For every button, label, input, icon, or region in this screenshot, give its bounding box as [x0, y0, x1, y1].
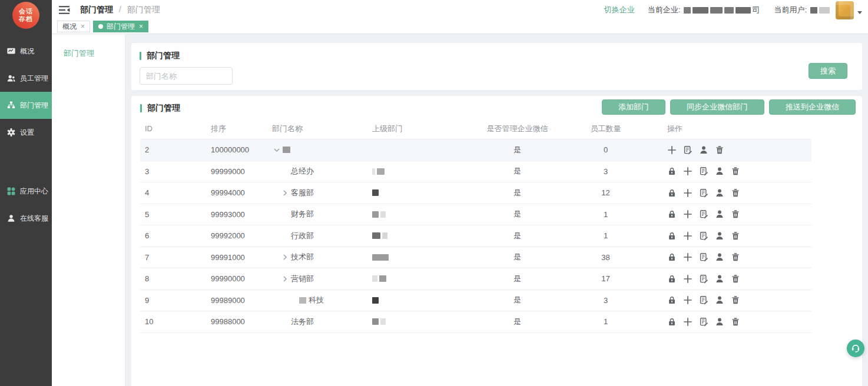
edit-icon[interactable]	[699, 231, 708, 241]
sidebar-item-app-center[interactable]: 应用中心	[0, 178, 52, 205]
redacted-block	[372, 168, 375, 175]
edit-icon[interactable]	[699, 252, 708, 262]
edit-icon[interactable]	[699, 317, 708, 327]
departments-icon	[6, 101, 16, 110]
members-icon[interactable]	[715, 274, 724, 284]
lock-icon[interactable]	[667, 274, 677, 284]
add-child-icon[interactable]	[683, 231, 693, 241]
delete-icon[interactable]	[731, 317, 740, 327]
lock-icon[interactable]	[667, 209, 677, 219]
expand-caret-icon[interactable]	[280, 252, 290, 262]
lock-icon[interactable]	[667, 167, 677, 176]
user-menu-caret-icon[interactable]	[857, 11, 862, 14]
dept-name-text: 客服部	[291, 188, 314, 198]
cell-id: 5	[140, 210, 206, 219]
edit-icon[interactable]	[699, 274, 708, 284]
table-row: 2100000000是0	[140, 139, 811, 161]
breadcrumb-level1[interactable]: 部门管理	[80, 5, 113, 14]
lock-icon[interactable]	[667, 252, 677, 262]
add-child-icon[interactable]	[683, 209, 693, 219]
members-icon[interactable]	[715, 188, 724, 198]
primary-sidebar: 会话 存档 概况 员工管理 部门管理 设置 应用中心	[0, 0, 52, 386]
members-icon[interactable]	[715, 231, 724, 241]
members-icon[interactable]	[715, 252, 724, 262]
collapse-caret-icon[interactable]	[272, 145, 281, 155]
cell-employee-count: 12	[566, 188, 645, 197]
tab-department-management[interactable]: 部门管理 ×	[93, 21, 148, 32]
cell-sort: 99999000	[206, 167, 263, 176]
members-icon[interactable]	[715, 209, 724, 219]
sidebar-item-dashboard[interactable]: 概况	[0, 38, 52, 65]
members-icon[interactable]	[699, 145, 708, 155]
edit-icon[interactable]	[699, 209, 708, 219]
members-icon[interactable]	[715, 295, 724, 305]
cell-employee-count: 1	[566, 317, 645, 326]
sidebar-item-label: 设置	[20, 128, 34, 138]
add-child-icon[interactable]	[683, 274, 693, 284]
cell-parent-dept	[363, 232, 469, 239]
sidebar-item-departments[interactable]: 部门管理	[0, 92, 52, 119]
add-child-icon[interactable]	[683, 167, 693, 176]
cell-actions	[645, 231, 811, 241]
edit-icon[interactable]	[699, 188, 708, 198]
add-child-icon[interactable]	[683, 188, 693, 198]
sidebar-item-settings[interactable]: 设置	[0, 119, 52, 146]
customer-service-float-button[interactable]	[847, 340, 864, 357]
lock-icon[interactable]	[667, 188, 677, 198]
edit-icon[interactable]	[683, 145, 693, 155]
delete-icon[interactable]	[731, 188, 740, 198]
online-service-icon	[6, 214, 16, 223]
lock-icon[interactable]	[667, 295, 677, 305]
breadcrumb-level2: 部门管理	[127, 5, 160, 14]
delete-icon[interactable]	[715, 145, 724, 155]
delete-icon[interactable]	[731, 231, 740, 241]
lock-icon[interactable]	[667, 231, 677, 241]
lock-icon[interactable]	[667, 317, 677, 327]
cell-employee-count: 1	[566, 210, 645, 219]
expand-caret-icon[interactable]	[280, 274, 290, 284]
current-user-label: 当前用户:	[774, 5, 807, 15]
redacted-block	[382, 232, 387, 239]
redacted-company-name	[684, 7, 751, 14]
employees-icon	[6, 74, 16, 83]
add-child-icon[interactable]	[683, 252, 693, 262]
close-tab-icon[interactable]: ×	[81, 22, 85, 31]
tab-overview[interactable]: 概况 ×	[57, 21, 90, 32]
members-icon[interactable]	[715, 167, 724, 176]
table-row: 399999000总经办是3	[140, 161, 811, 183]
submenu-item-departments[interactable]: 部门管理	[52, 34, 125, 59]
search-button[interactable]: 搜索	[809, 63, 847, 79]
active-dot	[98, 24, 103, 29]
delete-icon[interactable]	[731, 295, 740, 305]
close-tab-icon[interactable]: ×	[139, 22, 143, 31]
app-logo[interactable]: 会话 存档	[12, 2, 39, 29]
user-avatar[interactable]	[836, 1, 854, 19]
push-to-wecom-button[interactable]: 推送到企业微信	[769, 99, 856, 115]
sync-wecom-departments-button[interactable]: 同步企业微信部门	[670, 99, 764, 115]
edit-icon[interactable]	[699, 295, 708, 305]
collapse-sidebar-icon[interactable]	[58, 5, 70, 15]
add-child-icon[interactable]	[667, 145, 677, 155]
department-name-input[interactable]	[140, 67, 233, 85]
app-root: 会话 存档 概况 员工管理 部门管理 设置 应用中心	[0, 0, 868, 386]
edit-icon[interactable]	[699, 167, 708, 176]
add-child-icon[interactable]	[683, 317, 693, 327]
delete-icon[interactable]	[731, 274, 740, 284]
column-header-employee-count: 员工数量	[566, 124, 645, 134]
dept-name-text: 法务部	[291, 317, 314, 327]
expand-caret-icon[interactable]	[280, 188, 290, 198]
cell-sort: 99988000	[206, 317, 263, 326]
sidebar-item-online-service[interactable]: 在线客服	[0, 205, 52, 232]
main-content: 部门管理 搜索 部门管理 添加部门 同步企业微信部门 推送到企业微信 ID 排序…	[125, 34, 868, 386]
delete-icon[interactable]	[731, 209, 740, 219]
delete-icon[interactable]	[731, 252, 740, 262]
switch-company-link[interactable]: 切换企业	[604, 5, 635, 15]
cell-wecom-managed: 是	[469, 188, 566, 198]
add-department-button[interactable]: 添加部门	[602, 99, 665, 115]
sidebar-item-employees[interactable]: 员工管理	[0, 65, 52, 92]
add-child-icon[interactable]	[683, 295, 693, 305]
delete-icon[interactable]	[731, 167, 740, 176]
cell-wecom-managed: 是	[469, 209, 566, 219]
sidebar-item-label: 概况	[20, 46, 34, 56]
members-icon[interactable]	[715, 317, 724, 327]
